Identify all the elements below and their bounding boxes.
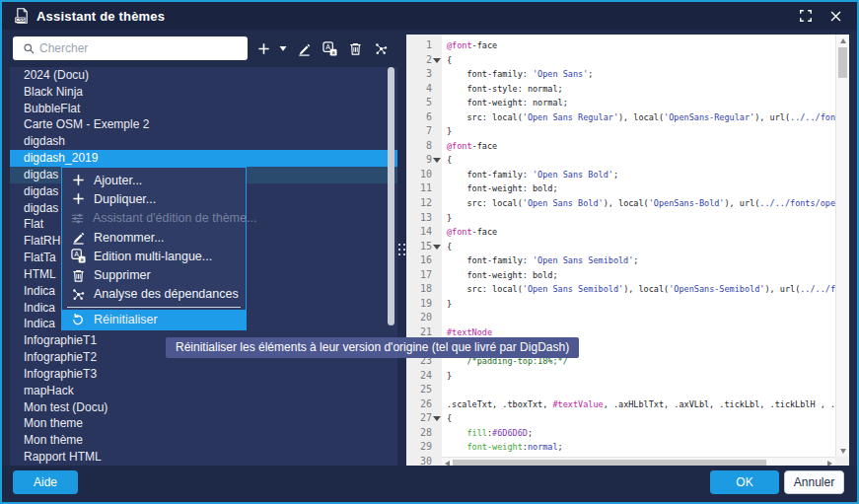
scroll-down-arrow-icon[interactable]	[840, 449, 846, 454]
code-line: }	[447, 297, 835, 312]
analyze-dependencies-button[interactable]	[368, 36, 394, 60]
pencil-icon	[297, 41, 312, 56]
edit-multilanguage-button[interactable]: Aa	[317, 36, 342, 60]
code-line: font-weight: bold;	[447, 181, 835, 196]
gutter-line-number: 19	[406, 297, 442, 312]
code-line: font-family: 'Open Sans Bold';	[447, 168, 835, 182]
translate-icon: Aa	[322, 41, 337, 56]
gutter-line-number: 2	[406, 53, 442, 68]
titlebar: CSS Assistant de thèmes	[2, 2, 857, 30]
css-file-icon: CSS	[14, 7, 31, 25]
reset-icon	[70, 313, 86, 326]
add-theme-button[interactable]	[251, 36, 275, 60]
theme-list-item[interactable]: Rapport HTML	[10, 449, 397, 466]
gutter-line-number: 3	[406, 67, 442, 82]
deps-icon	[374, 41, 389, 56]
code-line: @font-face	[447, 225, 835, 240]
menu-item[interactable]: AaEdition multi-langue...	[62, 247, 246, 265]
splitter-grip-icon	[398, 244, 405, 255]
search-icon	[23, 42, 36, 55]
panel-splitter[interactable]	[397, 35, 406, 468]
code-line: {	[447, 53, 835, 68]
menu-item-label: Supprimer	[94, 268, 151, 282]
theme-list-item[interactable]: InfographieT3	[10, 366, 397, 383]
dialog-title: Assistant de thèmes	[36, 9, 165, 24]
code-line: font-style: normal;	[447, 82, 835, 97]
menu-item[interactable]: Supprimer	[62, 265, 246, 284]
code-line: src: local('Open Sans Semibold'), local(…	[447, 282, 835, 297]
code-line: font-weight: bold;	[447, 268, 835, 283]
ok-button[interactable]: OK	[710, 470, 779, 494]
plus-icon	[70, 173, 86, 187]
gutter-line-number: 1	[406, 38, 442, 53]
code-line: {	[447, 411, 835, 426]
cancel-button[interactable]: Annuler	[784, 470, 844, 494]
trash-icon	[348, 41, 363, 56]
svg-text:CSS: CSS	[16, 18, 26, 23]
help-button[interactable]: Aide	[13, 470, 78, 494]
footer: Aide OK Annuler	[2, 466, 857, 502]
gutter-line-number: 16	[406, 253, 442, 268]
fullscreen-button[interactable]	[796, 6, 816, 26]
gutter-line-number: 11	[406, 181, 442, 196]
fold-arrow-icon[interactable]	[433, 245, 441, 250]
pencil-icon	[70, 230, 86, 245]
menu-item-label: Réinitialiser	[94, 313, 158, 326]
theme-list-item[interactable]: Mon theme	[10, 415, 397, 432]
caret-icon	[279, 44, 287, 52]
menu-item[interactable]: Analyse des dépendances	[62, 285, 246, 304]
gutter-line-number: 24	[406, 369, 442, 384]
menu-item-label: Dupliquer...	[94, 192, 156, 206]
theme-list-item[interactable]: 2024 (Docu)	[10, 67, 397, 84]
fold-arrow-icon[interactable]	[433, 58, 441, 63]
list-scrollbar-thumb[interactable]	[388, 67, 394, 325]
gutter-line-number: 13	[406, 211, 442, 226]
gutter-line-number: 8	[406, 139, 442, 154]
menu-item[interactable]: Réinitialiser	[62, 310, 246, 329]
gutter-line-number: 25	[406, 383, 442, 397]
theme-list-item[interactable]: Mon thème	[10, 432, 397, 449]
scroll-up-arrow-icon[interactable]	[840, 38, 846, 43]
theme-list-item[interactable]: digdash	[10, 133, 397, 150]
code-line: .scaleTxt, .tboxTxt, #textValue, .axHLbl…	[447, 397, 835, 412]
code-line: font-weight:normal;	[447, 440, 835, 455]
theme-list-item[interactable]: BubbleFlat	[10, 101, 397, 117]
close-button[interactable]	[825, 6, 845, 26]
menu-item[interactable]: Renommer...	[62, 228, 246, 247]
fold-arrow-icon[interactable]	[433, 416, 441, 421]
svg-text:A: A	[74, 252, 79, 258]
menu-item-label: Analyse des dépendances	[94, 287, 239, 301]
theme-list-item[interactable]: Carte OSM - Exemple 2	[10, 116, 397, 133]
code-line: {	[447, 153, 835, 168]
gutter-line-number: 14	[406, 225, 442, 240]
gutter-line-number: 29	[406, 440, 442, 455]
gutter-line-number: 9	[406, 153, 442, 168]
theme-context-menu: Ajouter...Dupliquer...Assistant d'éditio…	[61, 167, 247, 330]
plus-icon	[256, 41, 271, 56]
edit-theme-button[interactable]	[291, 36, 317, 60]
theme-toolbar: Aa	[251, 36, 394, 60]
add-theme-caret[interactable]	[275, 36, 291, 60]
gutter-line-number: 28	[406, 426, 442, 441]
gutter-line-number: 15	[406, 240, 442, 254]
code-line: {	[447, 240, 835, 254]
editor-vertical-scrollbar[interactable]	[835, 35, 849, 457]
menu-item[interactable]: Dupliquer...	[62, 189, 246, 208]
editor-code-area[interactable]: @font-face{ font-family: 'Open Sans'; fo…	[442, 35, 835, 457]
code-line	[447, 383, 835, 397]
theme-list-item[interactable]: Black Ninja	[10, 84, 397, 101]
fold-arrow-icon[interactable]	[433, 158, 441, 163]
theme-list-item[interactable]: digdash_2019	[10, 150, 397, 167]
trash-icon	[70, 268, 86, 283]
menu-item[interactable]: Ajouter...	[62, 171, 246, 189]
svg-text:A: A	[325, 43, 330, 50]
theme-list-item[interactable]: mapHack	[10, 383, 397, 399]
editor-gutter: 1234567891011121314151617181920212223242…	[406, 35, 442, 468]
delete-theme-button[interactable]	[342, 36, 368, 60]
gutter-line-number: 26	[406, 397, 442, 412]
vertical-scroll-thumb[interactable]	[838, 47, 847, 78]
theme-list-item[interactable]: Mon test (Docu)	[10, 399, 397, 416]
sliders-icon	[70, 211, 85, 226]
search-input[interactable]	[39, 41, 242, 55]
code-line: }	[447, 211, 835, 226]
